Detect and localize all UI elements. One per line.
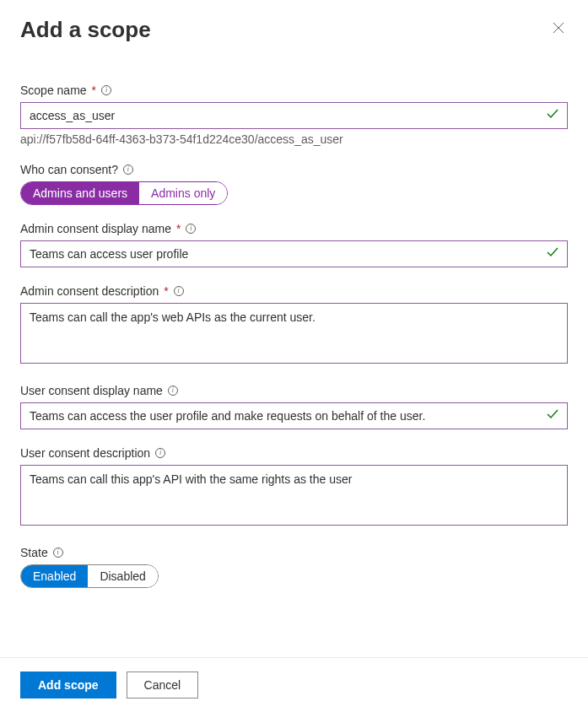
required-asterisk: * bbox=[176, 222, 181, 235]
admin-display-name-label: Admin consent display name bbox=[20, 222, 171, 235]
consent-label: Who can consent? bbox=[20, 163, 118, 176]
page-title: Add a scope bbox=[20, 17, 151, 43]
info-icon[interactable]: i bbox=[186, 224, 196, 234]
scope-name-label: Scope name bbox=[20, 84, 87, 97]
required-asterisk: * bbox=[164, 284, 168, 298]
footer: Add scope Cancel bbox=[0, 657, 588, 712]
admin-description-label: Admin consent description bbox=[20, 284, 159, 298]
info-icon[interactable]: i bbox=[101, 85, 111, 95]
user-display-name-input[interactable] bbox=[20, 402, 568, 429]
state-option-enabled[interactable]: Enabled bbox=[21, 565, 88, 587]
scope-name-hint: api://f57fb58d-64ff-4363-b373-54f1d224ce… bbox=[20, 132, 568, 146]
info-icon[interactable]: i bbox=[123, 165, 133, 175]
info-icon[interactable]: i bbox=[168, 386, 178, 396]
state-option-disabled[interactable]: Disabled bbox=[88, 565, 157, 587]
cancel-button[interactable]: Cancel bbox=[127, 672, 199, 699]
user-description-label: User consent description bbox=[20, 446, 150, 460]
consent-toggle[interactable]: Admins and users Admins only bbox=[20, 181, 228, 205]
consent-option-admins-users[interactable]: Admins and users bbox=[21, 182, 139, 204]
state-toggle[interactable]: Enabled Disabled bbox=[20, 564, 159, 588]
scope-name-input[interactable] bbox=[20, 102, 568, 129]
required-asterisk: * bbox=[92, 84, 96, 97]
close-icon[interactable] bbox=[549, 17, 568, 41]
admin-display-name-input[interactable] bbox=[20, 240, 568, 267]
info-icon[interactable]: i bbox=[53, 547, 63, 558]
admin-description-input[interactable] bbox=[20, 303, 568, 364]
info-icon[interactable]: i bbox=[155, 448, 165, 458]
state-label: State bbox=[20, 546, 48, 559]
user-display-name-label: User consent display name bbox=[20, 384, 163, 397]
add-scope-button[interactable]: Add scope bbox=[20, 672, 116, 699]
user-description-input[interactable] bbox=[20, 465, 568, 526]
consent-option-admins-only[interactable]: Admins only bbox=[139, 182, 227, 204]
info-icon[interactable]: i bbox=[174, 286, 184, 296]
